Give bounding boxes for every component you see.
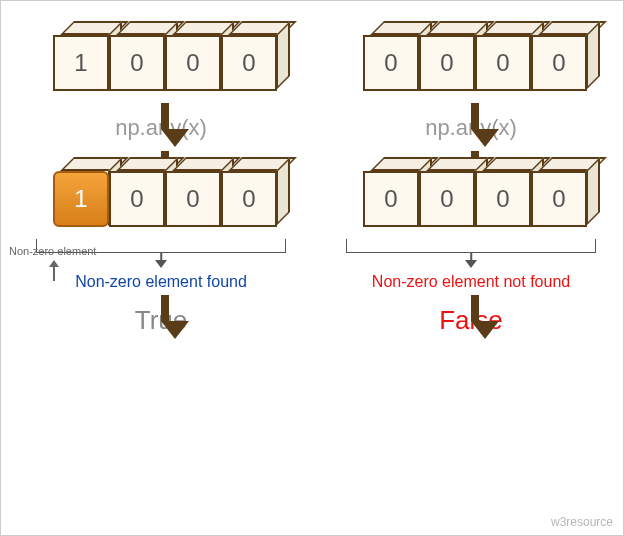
nonzero-label: Non-zero element	[9, 245, 96, 257]
cube: 0	[165, 171, 221, 227]
cube: 1	[53, 35, 109, 91]
cube: 0	[221, 171, 277, 227]
output-array-right: 0 0 0 0	[363, 157, 587, 235]
column-right: 0 0 0 0 np.any(x) 0 0 0 0 Non-zero eleme…	[331, 21, 611, 336]
cube: 0	[363, 171, 419, 227]
bracket-icon	[346, 237, 596, 271]
output-array-left: 1 0 0 0	[53, 157, 277, 235]
cube: 0	[419, 171, 475, 227]
cube: 0	[109, 171, 165, 227]
cube: 0	[475, 35, 531, 91]
input-array-right: 0 0 0 0	[363, 21, 587, 99]
cube: 0	[531, 171, 587, 227]
cube: 0	[531, 35, 587, 91]
caption-found: Non-zero element found	[75, 273, 247, 291]
cube: 0	[475, 171, 531, 227]
caption-not-found: Non-zero element not found	[372, 273, 570, 291]
cube: 0	[109, 35, 165, 91]
cube: 0	[221, 35, 277, 91]
column-left: 1 0 0 0 np.any(x) 1 0 0 0 Non-zero eleme…	[21, 21, 301, 336]
watermark: w3resource	[551, 515, 613, 529]
cube: 0	[363, 35, 419, 91]
cube: 0	[419, 35, 475, 91]
arrow-up-icon	[49, 260, 59, 281]
cube-highlight: 1	[53, 171, 109, 227]
cube: 0	[165, 35, 221, 91]
input-array-left: 1 0 0 0	[53, 21, 277, 99]
